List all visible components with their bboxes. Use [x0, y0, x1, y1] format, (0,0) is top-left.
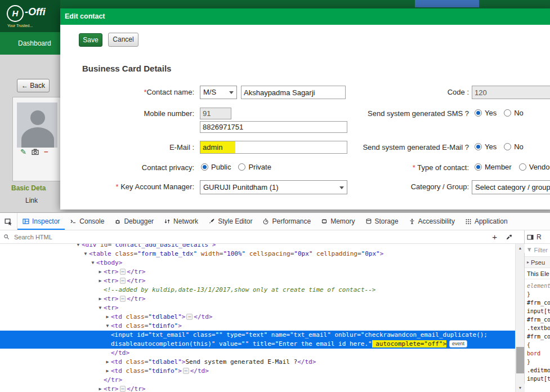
remove-icon[interactable]: −: [44, 148, 48, 156]
ellipsis-badge[interactable]: ⋯: [120, 386, 126, 392]
markup-node[interactable]: ▶<tr>⋯</tr>: [0, 268, 515, 277]
attribute-name-token: class: [122, 313, 145, 320]
markup-node[interactable]: <!--added by kuldip,date-13/1/2017,show …: [0, 286, 515, 295]
attribute-name-token: cellpadding: [312, 250, 357, 257]
tag-token: </tr>: [127, 268, 145, 275]
markup-node[interactable]: ▼<table class="form_table_tdx" width="10…: [0, 250, 515, 259]
camera-icon[interactable]: [32, 148, 39, 155]
tag-token: <input: [111, 331, 133, 338]
nav-item-dashboard[interactable]: Dashboard: [18, 39, 51, 47]
markup-node[interactable]: </td>: [0, 349, 515, 358]
save-button[interactable]: Save: [79, 33, 102, 47]
privacy-label: Contact privacy:: [60, 163, 194, 172]
markup-node[interactable]: ▶<tr>⋯</tr>: [0, 295, 515, 304]
ellipsis-badge[interactable]: ⋯: [120, 296, 126, 302]
collapse-arrow-icon[interactable]: ▼: [82, 250, 89, 259]
markup-node[interactable]: </tr>: [0, 376, 515, 385]
sidebar-tab-link[interactable]: Link: [25, 197, 38, 204]
devtools-tab-performance[interactable]: Performance: [257, 213, 316, 230]
markup-node[interactable]: ▶<td class="tdinfo">⋯</td>: [0, 367, 515, 376]
collapse-arrow-icon[interactable]: ▼: [97, 304, 104, 313]
type-member-radio[interactable]: [475, 163, 482, 171]
expand-arrow-icon[interactable]: ▶: [104, 367, 111, 376]
tag-token: <tr>: [104, 268, 119, 275]
markup-node[interactable]: <input id="txt_email" class="" type="tex…: [0, 331, 515, 340]
privacy-public-radio[interactable]: [201, 163, 208, 171]
tag-token: </tr>: [127, 295, 145, 302]
attribute-value-token: "text": [245, 331, 267, 338]
markup-node[interactable]: ▼<div id="contact_add_basic_details">: [0, 244, 515, 250]
punctuation-token: =: [238, 340, 242, 348]
attribute-name-token: name: [267, 331, 286, 338]
category-select[interactable]: Select category / group(: [472, 180, 550, 194]
collapse-arrow-icon[interactable]: ▼: [90, 259, 96, 268]
three-pane-toggle-icon[interactable]: [527, 234, 534, 240]
devtools-tab-debugger[interactable]: Debugger: [109, 213, 159, 230]
markup-node[interactable]: ▶<td class="tdlabel">⋯</td>: [0, 313, 515, 322]
expand-arrow-icon[interactable]: ▶: [104, 313, 111, 322]
back-button[interactable]: ← Back: [17, 79, 50, 92]
tag-token: <tr>: [104, 277, 119, 284]
markup-node[interactable]: ▼<td class="tdinfo">: [0, 322, 515, 331]
markup-scrollbar[interactable]: ▲ ▼: [515, 244, 524, 392]
privacy-private-radio[interactable]: [238, 163, 245, 171]
devtools-tab-application[interactable]: Application: [460, 213, 513, 230]
tag-token: </tr>: [127, 385, 145, 392]
add-node-button[interactable]: +: [492, 233, 497, 241]
rules-filter-bar[interactable]: Filter: [525, 244, 550, 257]
search-html-input[interactable]: [13, 233, 489, 241]
devtools-tab-inspector[interactable]: Inspector: [17, 213, 65, 230]
expand-arrow-icon[interactable]: ▶: [97, 385, 104, 392]
attribute-value-token: "form_table_tdx": [137, 250, 197, 257]
name-prefix-select[interactable]: M/S: [200, 86, 237, 99]
ellipsis-badge[interactable]: ⋯: [186, 314, 193, 320]
element-picker-button[interactable]: [0, 213, 17, 230]
console-icon: [70, 218, 77, 225]
event-badge[interactable]: event: [449, 340, 467, 348]
expand-arrow-icon[interactable]: ▶: [97, 277, 104, 286]
markup-node[interactable]: ▶<tr>⋯</tr>: [0, 277, 515, 286]
edit-contact-modal: Edit contact Save Cancel Business Card D…: [60, 8, 550, 210]
markup-node[interactable]: disableautocompletion(this)" value="" ti…: [0, 340, 515, 349]
ellipsis-badge[interactable]: ⋯: [183, 368, 189, 374]
devtools-tab-network[interactable]: Network: [159, 213, 203, 230]
collapse-arrow-icon[interactable]: ▼: [104, 322, 111, 331]
markup-node[interactable]: ▶<tr>⋯</tr>: [0, 385, 515, 392]
devtools-tab-console[interactable]: Console: [65, 213, 109, 230]
sms-yes-radio[interactable]: [475, 109, 482, 117]
header-blue-button[interactable]: [415, 0, 479, 7]
app-logo[interactable]: H -Offi Your Trusted...: [0, 0, 60, 32]
expand-arrow-icon[interactable]: ▶: [104, 358, 111, 367]
devtools-tab-memory[interactable]: Memory: [316, 213, 360, 230]
devtools-tab-accessibility[interactable]: Accessibility: [404, 213, 460, 230]
scrollbar-thumb[interactable]: [516, 347, 524, 373]
scroll-down-arrow-icon[interactable]: ▼: [516, 384, 525, 392]
type-vendor-radio[interactable]: [519, 163, 526, 171]
markup-node[interactable]: ▼<tbody>: [0, 259, 515, 268]
cancel-button[interactable]: Cancel: [108, 33, 138, 47]
expand-arrow-icon[interactable]: ▶: [97, 268, 104, 277]
devtools-tab-storage[interactable]: Storage: [360, 213, 404, 230]
scroll-up-arrow-icon[interactable]: ▲: [516, 244, 525, 253]
eyedropper-icon[interactable]: [506, 234, 513, 240]
element-picker-icon: [5, 217, 12, 225]
sms-no-radio[interactable]: [504, 109, 511, 117]
devtools-tab-style-editor[interactable]: Style Editor: [203, 213, 257, 230]
email-input[interactable]: [200, 141, 347, 154]
ellipsis-badge[interactable]: ⋯: [120, 269, 126, 275]
ellipsis-badge[interactable]: ⋯: [120, 278, 126, 284]
pseudo-classes-toggle[interactable]: ▸ Pseu: [525, 257, 550, 268]
email-gen-no-radio[interactable]: [504, 143, 511, 150]
markup-node[interactable]: ▶<td class="tdlabel">Send system generat…: [0, 358, 515, 367]
markup-node[interactable]: ▼<tr>: [0, 304, 515, 313]
email-gen-yes-radio[interactable]: [475, 143, 482, 150]
edit-pencil-icon[interactable]: ✎: [20, 148, 26, 156]
tag-token: <div: [82, 244, 97, 248]
rules-tab-label[interactable]: R: [536, 233, 542, 241]
contact-name-input[interactable]: [241, 86, 346, 99]
expand-arrow-icon[interactable]: ▶: [97, 295, 104, 304]
sidebar-tab-basic-details[interactable]: Basic Deta: [11, 184, 46, 192]
key-account-manager-select[interactable]: GURUJI Punitdham (1): [200, 180, 347, 194]
mobile-number-input[interactable]: [200, 121, 347, 133]
collapse-arrow-icon[interactable]: ▼: [75, 244, 82, 250]
